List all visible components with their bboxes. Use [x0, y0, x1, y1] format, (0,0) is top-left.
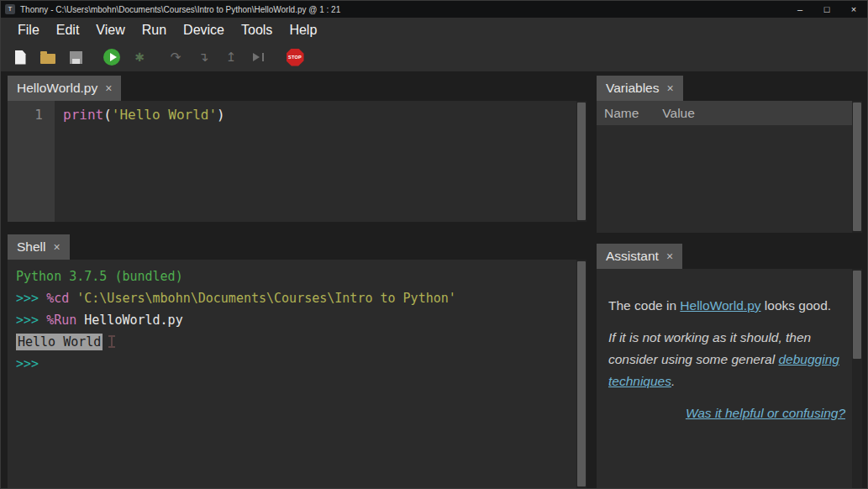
assistant-scrollbar[interactable] — [852, 269, 862, 488]
tab-shell-label: Shell — [17, 239, 45, 255]
shell-panel: Python 3.7.5 (bundled) >>> %cd 'C:\Users… — [8, 260, 587, 488]
shell-body[interactable]: Python 3.7.5 (bundled) >>> %cd 'C:\Users… — [8, 260, 576, 488]
assistant-body: The code in HelloWorld.py looks good. If… — [597, 269, 852, 488]
assistant-scrollbar-thumb[interactable] — [853, 271, 861, 359]
cd-magic-command: %cd — [46, 291, 69, 306]
tab-helloworld-label: HelloWorld.py — [17, 81, 97, 96]
editor-scrollbar[interactable] — [576, 101, 587, 222]
shell-output-line: Hello World — [16, 331, 576, 353]
menu-item-tools[interactable]: Tools — [233, 23, 281, 38]
tab-shell[interactable]: Shell × — [8, 234, 70, 260]
menu-item-help[interactable]: Help — [281, 23, 325, 38]
variables-scrollbar-thumb[interactable] — [853, 103, 861, 231]
shell-run-line: >>> %Run HelloWorld.py — [16, 309, 576, 331]
play-glyph — [103, 49, 120, 66]
step-out-icon[interactable]: ↥ — [222, 48, 240, 66]
step-into-icon[interactable]: ↴ — [194, 48, 213, 66]
tab-variables-label: Variables — [606, 81, 659, 96]
open-file-icon[interactable] — [39, 48, 57, 66]
keyword-token: print — [63, 107, 103, 123]
stop-glyph: STOP — [287, 49, 304, 66]
code-area[interactable]: print('Hello World') — [55, 101, 576, 222]
selected-output-text[interactable]: Hello World — [16, 334, 103, 350]
variables-panel: Name Value — [597, 101, 862, 233]
shell-scrollbar-thumb[interactable] — [577, 261, 586, 486]
run-icon[interactable] — [103, 48, 121, 66]
shell-prompt: >>> — [16, 291, 39, 306]
ibeam-cursor-icon — [108, 335, 115, 348]
column-value[interactable]: Value — [662, 106, 695, 121]
shell-scrollbar[interactable] — [576, 260, 587, 488]
floppy-glyph — [70, 51, 82, 64]
assistant-panel: The code in HelloWorld.py looks good. If… — [597, 269, 862, 488]
step-into-glyph: ↴ — [198, 50, 209, 65]
assistant-p2-suffix: . — [671, 374, 675, 388]
step-over-icon[interactable]: ↷ — [166, 48, 185, 66]
thonny-window: T Thonny - C:\Users\mbohn\Documents\Cour… — [0, 0, 868, 489]
variables-header: Name Value — [597, 101, 852, 125]
stop-icon[interactable]: STOP — [286, 48, 304, 66]
tab-shell-close-icon[interactable]: × — [53, 241, 60, 253]
editor-panel: 1 print('Hello World') — [8, 101, 587, 222]
assistant-footer: Was it helpful or confusing? — [608, 402, 845, 424]
tab-assistant-close-icon[interactable]: × — [666, 250, 673, 262]
open-paren-token: ( — [103, 107, 112, 123]
line-number-gutter: 1 — [8, 101, 55, 222]
assistant-p1-prefix: The code in — [608, 298, 680, 313]
new-file-icon[interactable] — [11, 48, 29, 66]
menu-item-run[interactable]: Run — [134, 23, 175, 38]
close-paren-token: ) — [217, 107, 225, 123]
debug-icon[interactable]: ✱ — [130, 48, 149, 66]
window-controls: – □ × — [786, 1, 867, 18]
menu-item-device[interactable]: Device — [175, 23, 233, 38]
tab-variables-close-icon[interactable]: × — [666, 82, 673, 94]
maximize-button[interactable]: □ — [813, 1, 840, 18]
shell-prompt: >>> — [16, 356, 39, 371]
app-icon: T — [5, 4, 15, 14]
run-script-arg: HelloWorld.py — [84, 313, 182, 328]
assistant-paragraph-1: The code in HelloWorld.py looks good. — [608, 295, 845, 317]
menubar: File Edit View Run Device Tools Help — [1, 18, 867, 43]
string-token: 'Hello World' — [112, 107, 217, 123]
line-number: 1 — [34, 107, 43, 123]
step-over-glyph: ↷ — [171, 50, 181, 65]
window-title: Thonny - C:\Users\mbohn\Documents\Course… — [20, 5, 340, 14]
helloworld-file-link[interactable]: HelloWorld.py — [680, 298, 760, 313]
resume-glyph — [253, 51, 265, 63]
shell-banner-line: Python 3.7.5 (bundled) — [16, 266, 576, 287]
resume-icon[interactable] — [250, 48, 268, 66]
tab-helloworld[interactable]: HelloWorld.py × — [8, 76, 121, 101]
shell-prompt: >>> — [16, 313, 39, 328]
variables-scrollbar[interactable] — [852, 101, 862, 233]
menu-item-view[interactable]: View — [87, 23, 133, 38]
shell-banner: Python 3.7.5 (bundled) — [16, 269, 183, 284]
tab-assistant[interactable]: Assistant × — [597, 244, 682, 269]
folder-glyph — [40, 54, 55, 64]
column-name[interactable]: Name — [604, 106, 639, 121]
cd-path-arg: 'C:\Users\mbohn\Documents\Courses\Intro … — [76, 291, 456, 306]
tab-assistant-label: Assistant — [606, 249, 659, 264]
page-glyph — [15, 50, 26, 65]
debug-glyph: ✱ — [134, 50, 145, 64]
titlebar: T Thonny - C:\Users\mbohn\Documents\Cour… — [1, 1, 867, 18]
step-out-glyph: ↥ — [226, 50, 237, 65]
save-icon[interactable] — [66, 48, 85, 66]
assistant-p1-suffix: looks good. — [761, 298, 832, 313]
toolbar: ✱ ↷ ↴ ↥ STOP — [1, 43, 867, 71]
menu-item-edit[interactable]: Edit — [48, 23, 88, 38]
shell-prompt-line[interactable]: >>> — [16, 353, 576, 375]
tab-variables[interactable]: Variables × — [597, 76, 683, 101]
menu-item-file[interactable]: File — [9, 23, 48, 38]
run-magic-command: %Run — [46, 313, 76, 328]
feedback-link[interactable]: Was it helpful or confusing? — [686, 406, 845, 420]
shell-cd-line: >>> %cd 'C:\Users\mbohn\Documents\Course… — [16, 287, 576, 309]
close-button[interactable]: × — [840, 1, 867, 18]
tab-helloworld-close-icon[interactable]: × — [105, 82, 112, 94]
assistant-paragraph-2: If it is not working as it should, then … — [608, 327, 845, 392]
editor-scrollbar-thumb[interactable] — [577, 103, 586, 220]
minimize-button[interactable]: – — [786, 1, 813, 18]
